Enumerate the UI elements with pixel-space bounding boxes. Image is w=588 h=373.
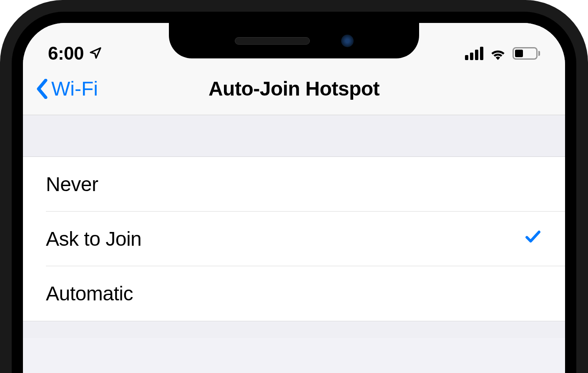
speaker-grille xyxy=(235,37,310,45)
option-automatic[interactable]: Automatic xyxy=(23,266,565,321)
back-label: Wi-Fi xyxy=(51,77,98,100)
notch xyxy=(169,23,419,58)
status-time: 6:00 xyxy=(48,43,84,64)
checkmark-icon xyxy=(524,227,542,250)
wifi-icon xyxy=(489,47,507,60)
section-spacer xyxy=(23,115,565,157)
page-title: Auto-Join Hotspot xyxy=(209,77,379,100)
phone-body: 6:00 xyxy=(0,0,588,373)
section-spacer-end xyxy=(23,321,565,338)
status-right xyxy=(465,47,540,60)
option-label: Never xyxy=(46,173,98,196)
battery-icon xyxy=(513,47,540,60)
device-frame: 6:00 xyxy=(0,0,588,373)
navigation-bar: Wi-Fi Auto-Join Hotspot xyxy=(23,69,565,115)
screen: 6:00 xyxy=(23,23,565,373)
option-never[interactable]: Never xyxy=(23,157,565,212)
status-left: 6:00 xyxy=(48,43,102,64)
front-camera xyxy=(341,35,354,47)
options-list: Never Ask to Join Automatic xyxy=(23,157,565,321)
option-label: Automatic xyxy=(46,282,133,305)
back-button[interactable]: Wi-Fi xyxy=(35,77,98,100)
content-area: Never Ask to Join Automatic xyxy=(23,115,565,338)
location-icon xyxy=(89,43,102,64)
option-label: Ask to Join xyxy=(46,227,141,250)
chevron-left-icon xyxy=(35,79,49,99)
cellular-signal-icon xyxy=(465,47,483,60)
option-ask-to-join[interactable]: Ask to Join xyxy=(23,212,565,266)
